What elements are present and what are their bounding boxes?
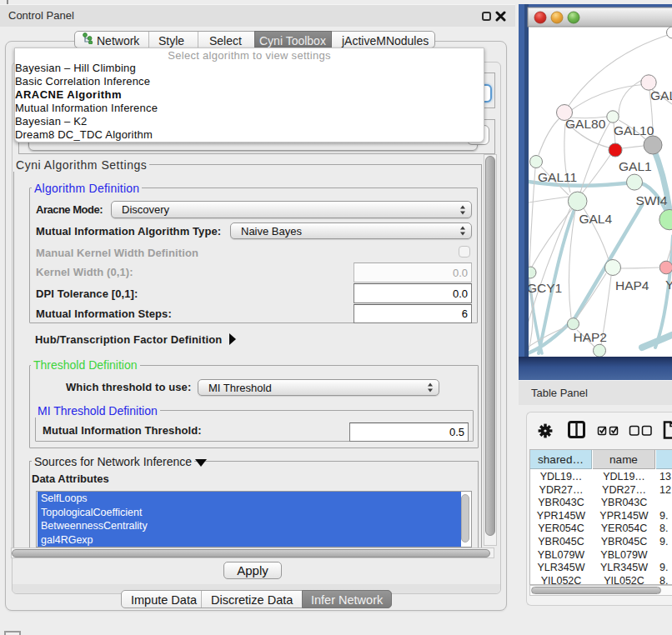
svg-text:Y: Y [665,278,672,292]
svg-text:HAP2: HAP2 [574,330,608,344]
svg-text:GAL: GAL [650,88,672,102]
svg-text:GAL11: GAL11 [538,170,577,184]
svg-text:GAL10: GAL10 [614,123,654,138]
svg-text:GAL1: GAL1 [619,159,652,173]
svg-text:GAL80: GAL80 [565,117,606,131]
svg-text:GAL4: GAL4 [579,212,612,226]
svg-text:GCY1: GCY1 [527,281,562,295]
svg-text:SWI4: SWI4 [636,193,668,208]
svg-text:HAP4: HAP4 [615,278,649,292]
